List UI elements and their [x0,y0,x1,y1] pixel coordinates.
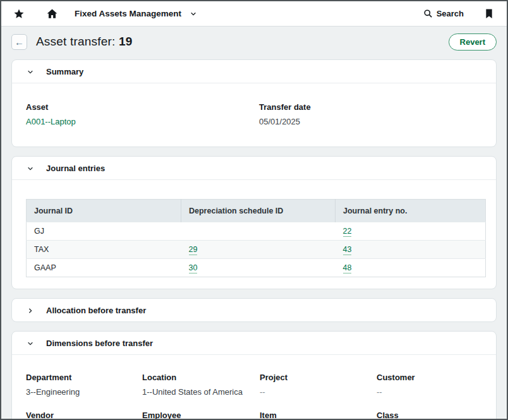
asset-field-label: Asset [26,102,259,112]
dimensions-card: Dimensions before transfer Department3--… [11,331,497,420]
page-title-text: Asset transfer: [36,35,116,48]
journal-entry-no-link[interactable]: 48 [343,263,352,273]
search-label: Search [437,9,464,18]
journal-entry-no-link[interactable]: 22 [343,227,352,237]
journal-entry-no-cell: 22 [336,222,486,241]
record-number: 19 [119,35,133,48]
dimension-field-value: 1--United States of America [142,387,260,397]
app-menu-label: Fixed Assets Management [75,9,181,18]
favorites-star-button[interactable] [10,5,28,23]
journal-id-cell: GAAP [27,259,181,277]
journal-entries-section-toggle[interactable]: Journal entries [12,157,496,180]
journal-entries-card: Journal entries Journal IDDepreciation s… [11,156,497,289]
depreciation-schedule-id-link[interactable]: 29 [189,245,198,255]
table-row: GJ22 [27,222,486,241]
transfer-date-value: 05/01/2025 [259,117,482,126]
journal-entries-section-title: Journal entries [46,164,105,173]
app-menu-fixed-assets[interactable]: Fixed Assets Management [75,9,197,18]
journal-entry-no-cell: 43 [336,241,486,259]
dimension-field-label: Location [142,373,260,382]
home-button[interactable] [43,5,61,23]
home-icon [46,8,58,20]
page-header: ← Asset transfer: 19 Revert [11,30,497,53]
back-button[interactable]: ← [11,34,27,50]
depreciation-schedule-id-link[interactable]: 30 [189,263,198,273]
top-navigation-bar: Fixed Assets Management Search [1,1,507,27]
dimension-field-label: Item [260,411,377,420]
dimension-field-label: Employee [142,411,260,420]
main-content: ← Asset transfer: 19 Revert Summary Asse… [1,27,507,420]
dimension-field-label: Class [377,411,482,420]
asset-field: Asset A001--Laptop [26,102,259,126]
summary-body: Asset A001--Laptop Transfer date 05/01/2… [12,83,496,147]
chevron-down-icon [27,165,33,172]
dimension-field: Class-- [377,411,482,420]
journal-id-cell: TAX [27,241,181,259]
dimension-field-label: Project [260,373,377,382]
journal-entries-body: Journal IDDepreciation schedule IDJourna… [12,180,496,289]
depreciation-schedule-id-cell [181,222,336,241]
asset-link[interactable]: A001--Laptop [26,117,259,126]
journal-id-cell: GJ [27,222,181,241]
dimension-field: Department3--Engineering [26,373,142,397]
dimensions-section-title: Dimensions before transfer [46,339,153,348]
summary-section-toggle[interactable]: Summary [12,60,496,83]
dimension-field: Location1--United States of America [142,373,260,397]
dimension-field-value: -- [260,387,377,397]
allocation-section-title: Allocation before transfer [46,306,146,315]
transfer-date-field: Transfer date 05/01/2025 [259,102,482,126]
chevron-down-icon [27,340,33,347]
dimension-field: Project-- [260,373,377,397]
dimensions-section-toggle[interactable]: Dimensions before transfer [12,332,496,355]
depreciation-schedule-id-cell: 29 [181,241,336,259]
dimension-field: Employee2345--Johnson [142,411,260,420]
dimension-field: Customer-- [377,373,482,397]
dimension-field: Vendor-- [26,411,142,420]
chevron-right-icon [27,308,33,314]
allocation-section-toggle[interactable]: Allocation before transfer [12,299,496,321]
chevron-down-icon [190,11,197,17]
journal-entry-no-cell: 48 [336,259,486,277]
bookmark-icon [485,8,493,19]
page-title: Asset transfer: 19 [36,35,133,49]
chevron-down-icon [27,69,33,75]
dimension-field-label: Vendor [26,411,142,420]
summary-section-title: Summary [46,67,83,76]
table-row: GAAP3048 [27,259,486,277]
dimensions-body: Department3--EngineeringLocation1--Unite… [12,355,496,420]
dimension-field-label: Department [26,373,142,382]
transfer-date-label: Transfer date [259,102,482,112]
dimension-field-value: -- [377,387,482,397]
dimension-field: Item-- [260,411,377,420]
revert-button[interactable]: Revert [449,33,497,51]
table-row: TAX2943 [27,241,486,259]
table-column-header: Journal ID [27,200,181,222]
bookmark-button[interactable] [480,5,498,23]
table-header-row: Journal IDDepreciation schedule IDJourna… [27,200,486,222]
table-column-header: Journal entry no. [336,200,486,222]
star-icon [13,8,25,20]
dimension-field-label: Customer [377,373,482,382]
table-column-header: Depreciation schedule ID [181,200,336,222]
search-icon [423,9,433,18]
allocation-card: Allocation before transfer [11,298,497,322]
search-button[interactable]: Search [423,9,464,18]
summary-card: Summary Asset A001--Laptop Transfer date… [11,59,497,147]
depreciation-schedule-id-cell: 30 [181,259,336,277]
journal-entries-table: Journal IDDepreciation schedule IDJourna… [26,199,486,277]
dimension-field-value: 3--Engineering [26,387,142,397]
journal-entry-no-link[interactable]: 43 [343,245,352,255]
